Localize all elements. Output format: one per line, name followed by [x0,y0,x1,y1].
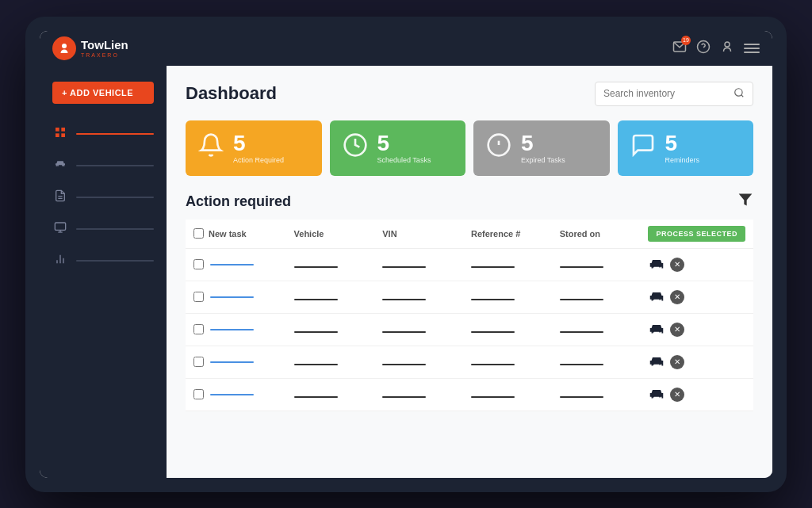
svg-point-10 [62,164,63,166]
sidebar-item-dashboard[interactable] [40,120,167,148]
row-checkbox-1[interactable] [193,292,204,302]
vin-val-3 [382,364,426,365]
stat-info-expired: 5 Expired Tasks [521,132,565,164]
add-vehicle-button[interactable]: + ADD VEHICLE [52,82,154,104]
td-task-1 [186,281,286,313]
th-reference: Reference # [463,220,552,249]
logo-text: TowLien TRAXERO [81,39,128,58]
row-checkbox-3[interactable] [193,357,204,367]
svg-point-0 [62,44,67,48]
car-action-icon-3[interactable] [648,353,665,372]
remove-button-4[interactable]: ✕ [670,388,684,402]
ref-val-4 [471,396,515,398]
sidebar-item-line [76,260,154,262]
remove-button-3[interactable]: ✕ [670,355,684,369]
user-icon[interactable] [720,40,734,57]
stat-card-reminders[interactable]: 5 Reminders [618,120,754,176]
svg-point-33 [660,363,661,365]
stat-card-expired[interactable]: 5 Expired Tasks [473,120,610,176]
svg-rect-6 [61,128,65,132]
mail-icon[interactable]: 19 [672,40,687,57]
row-checkbox-0[interactable] [193,259,204,269]
select-all-checkbox[interactable] [193,228,204,239]
svg-rect-8 [61,133,65,137]
search-icon[interactable] [733,87,745,101]
alert-icon [486,132,511,163]
vin-val-1 [382,299,426,300]
svg-rect-5 [56,128,59,132]
svg-point-26 [653,265,654,267]
remove-button-1[interactable]: ✕ [670,290,684,304]
help-icon[interactable] [696,40,710,57]
svg-point-34 [653,395,654,397]
svg-point-30 [653,330,654,332]
car-action-icon-0[interactable] [648,255,665,274]
menu-button[interactable] [744,44,760,53]
th-select: New task [186,220,286,249]
stat-card-action-required[interactable]: 5 Action Required [186,120,322,176]
th-stored: Stored on [552,220,641,249]
td-stored-3 [552,346,641,378]
svg-rect-7 [56,133,59,137]
sidebar-item-line [76,228,154,230]
row-checkbox-4[interactable] [193,389,204,399]
th-vin: VIN [374,220,463,249]
stored-val-4 [560,396,603,398]
logo-icon [52,36,76,60]
content-area: Dashboard 5 [167,66,772,478]
notification-badge: 19 [681,36,691,45]
td-ref-1 [463,281,552,313]
reports-icon [52,189,68,205]
sidebar-item-line [76,133,154,135]
td-vehicle-3 [286,346,375,378]
task-link-4[interactable] [210,394,254,395]
top-bar-icons: 19 [672,40,760,57]
td-task-2 [186,313,286,346]
row-checkbox-2[interactable] [193,324,204,334]
chat-icon [630,132,656,163]
task-link-1[interactable] [210,296,254,298]
car-action-icon-4[interactable] [648,385,665,404]
td-stored-4 [552,378,641,411]
stat-number-reminders: 5 [665,132,678,155]
task-link-2[interactable] [210,329,254,330]
remove-button-2[interactable]: ✕ [670,323,684,337]
task-link-0[interactable] [210,264,254,265]
stat-card-scheduled[interactable]: 5 Scheduled Tasks [330,120,466,176]
sidebar-item-reports[interactable] [40,183,167,212]
process-selected-button[interactable]: PROCESS SELECTED [648,226,745,242]
search-box [595,82,753,106]
car-action-icon-1[interactable] [648,288,665,307]
sidebar-item-line [76,197,154,198]
td-vehicle-0 [286,248,375,281]
table-row: ✕ [186,346,753,378]
app-sub: TRAXERO [81,52,128,58]
filter-icon[interactable] [737,192,753,212]
sidebar-item-analytics[interactable] [40,246,167,275]
vin-val-0 [382,266,426,268]
menu-line-3 [744,52,760,53]
car-action-icon-2[interactable] [648,320,665,339]
section-header: Action required [186,192,753,212]
car-icon [52,158,68,174]
search-input[interactable] [603,88,729,99]
task-link-3[interactable] [210,361,254,363]
td-ref-0 [463,248,552,281]
remove-button-0[interactable]: ✕ [670,258,684,272]
sidebar-item-monitor[interactable] [40,215,167,243]
svg-rect-13 [55,223,65,230]
monitor-icon [52,221,68,237]
sidebar: + ADD VEHICLE [40,66,167,478]
td-stored-1 [552,281,641,313]
dashboard-header: Dashboard [186,82,753,106]
table-body: ✕ [186,248,753,411]
vehicle-val-3 [294,364,338,365]
td-ref-3 [463,346,552,378]
stat-info-action: 5 Action Required [233,132,284,164]
action-col-1: ✕ [648,288,745,307]
clock-icon [343,132,368,163]
svg-point-19 [735,88,742,95]
task-table: New task Vehicle VIN Reference # Stored … [186,220,753,411]
sidebar-item-vehicles[interactable] [40,151,167,180]
stat-number-scheduled: 5 [377,132,390,155]
